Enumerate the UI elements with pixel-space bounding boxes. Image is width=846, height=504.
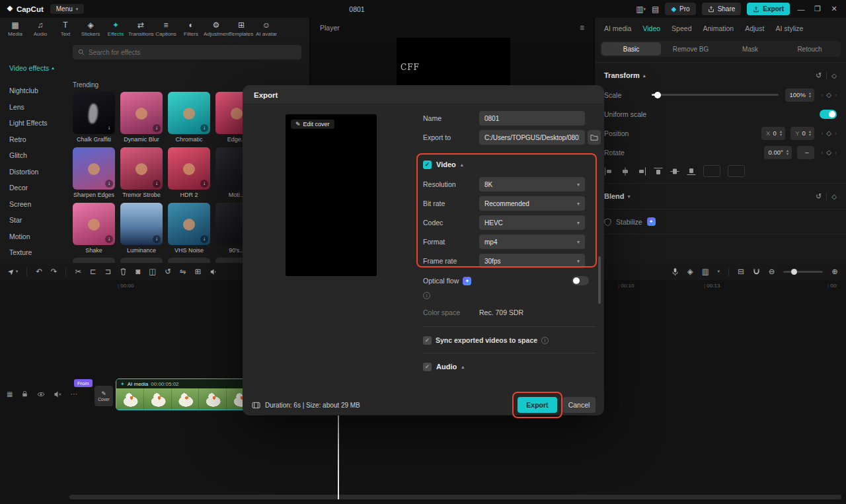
snap-magnet-button[interactable] <box>753 268 760 275</box>
tab-filters[interactable]: ◐Filters <box>178 20 204 38</box>
download-icon[interactable]: ↓ <box>105 124 113 132</box>
horizontal-scrollbar[interactable] <box>69 495 841 499</box>
sync-checkbox[interactable]: ✓ <box>423 336 432 345</box>
distribute-vertical-button[interactable] <box>728 165 745 177</box>
subtab-basic[interactable]: Basic <box>601 42 661 55</box>
video-checkbox[interactable]: ✓ <box>423 161 432 169</box>
zoom-out-button[interactable]: ⊖ <box>769 267 775 276</box>
sidebar-item-light-effects[interactable]: Light Effects <box>9 115 70 131</box>
timeline-zoom-slider[interactable] <box>783 271 823 273</box>
tab-transitions[interactable]: ⇄Transitions <box>128 20 153 38</box>
resolution-select[interactable]: 8K ▾ <box>479 177 585 192</box>
mask-button[interactable]: ◙ <box>135 268 140 275</box>
download-icon[interactable]: ↓ <box>200 180 208 188</box>
auto-cut-button[interactable]: ▥ <box>702 267 709 276</box>
track-options-button[interactable]: ▾ <box>718 269 720 274</box>
keyframe-icon[interactable]: ◇ <box>831 72 837 79</box>
name-input[interactable] <box>484 115 580 122</box>
sidebar-item-texture[interactable]: Texture <box>9 244 70 261</box>
sidebar-item-glitch[interactable]: Glitch <box>9 147 70 164</box>
share-button[interactable]: Share <box>702 3 742 15</box>
subtab-remove-bg[interactable]: Remove BG <box>661 42 720 55</box>
next-keyframe-icon[interactable]: › <box>835 92 837 98</box>
effect-card[interactable]: ↓Tremor Strobe <box>120 147 163 199</box>
tab-effects[interactable]: ✦Effects <box>103 20 128 38</box>
audio-section-header[interactable]: ✓ Audio ▴ <box>423 359 464 374</box>
uniform-scale-toggle[interactable] <box>820 110 837 119</box>
cancel-button[interactable]: Cancel <box>562 397 596 413</box>
edit-cover-button[interactable]: ✎ Edit cover <box>291 120 334 129</box>
effect-card[interactable]: ↓Luminance <box>120 203 163 254</box>
stepper-icons[interactable]: ▲▼ <box>808 92 812 98</box>
subtab-mask[interactable]: Mask <box>720 42 780 55</box>
stepper-icons[interactable]: ▲▼ <box>786 149 789 156</box>
menu-button[interactable]: Menu ▾ <box>50 4 85 14</box>
mute-icon[interactable] <box>54 390 61 398</box>
export-confirm-button[interactable]: Export <box>518 397 557 413</box>
rotate-reset-field[interactable]: – <box>797 146 814 159</box>
pro-button[interactable]: ◆ Pro <box>665 3 695 15</box>
keyframe-icon[interactable]: ◇ <box>826 91 831 98</box>
align-middle-icon[interactable] <box>670 167 679 176</box>
preview-axis-button[interactable]: ⊟ <box>738 267 744 276</box>
codec-select[interactable]: HEVC ▾ <box>479 215 585 230</box>
more-options-icon[interactable]: ⋯ <box>70 390 77 398</box>
sidebar-item-nightclub[interactable]: Nightclub <box>9 83 70 99</box>
next-keyframe-icon[interactable]: › <box>835 149 837 156</box>
download-icon[interactable]: ↓ <box>200 124 208 132</box>
download-icon[interactable]: ↓ <box>153 235 161 243</box>
effect-card-partial[interactable] <box>168 258 210 263</box>
window-restore-button[interactable]: ❐ <box>812 5 823 13</box>
split-button[interactable]: ✂ <box>75 267 81 276</box>
align-top-icon[interactable] <box>654 167 663 176</box>
tab-animation[interactable]: Animation <box>703 24 734 32</box>
name-field[interactable] <box>479 111 585 126</box>
next-keyframe-icon[interactable]: › <box>835 130 837 137</box>
download-icon[interactable]: ↓ <box>153 180 161 188</box>
transform-section-header[interactable]: Transform ▴ ↺ ◇ <box>595 65 846 85</box>
scale-slider[interactable] <box>652 94 779 96</box>
cover-button[interactable]: ✎ Cover <box>95 386 113 406</box>
info-icon[interactable]: i <box>541 337 549 344</box>
position-x-field[interactable]: X 0 ▲▼ <box>761 127 785 140</box>
freeze-frame-button[interactable]: ◫ <box>149 267 156 276</box>
record-voiceover-button[interactable] <box>672 268 679 276</box>
lock-icon[interactable] <box>21 390 28 398</box>
prev-keyframe-icon[interactable]: ‹ <box>821 130 823 137</box>
window-close-button[interactable]: ✕ <box>829 5 839 13</box>
effect-card[interactable]: ↓VHS Noise <box>168 203 210 254</box>
effect-card[interactable]: ↓Sharpen Edges <box>73 147 115 199</box>
info-icon[interactable]: i <box>423 292 430 299</box>
tab-media[interactable]: ▦Media <box>3 20 28 38</box>
tab-ai-media[interactable]: AI media <box>604 24 631 32</box>
position-y-field[interactable]: Y 0 ▲▼ <box>790 127 814 140</box>
tab-captions[interactable]: ≡Captions <box>153 20 178 38</box>
effect-card[interactable]: ↓Chromatic <box>168 92 210 143</box>
undo-button[interactable]: ↶ <box>36 267 42 276</box>
tab-stickers[interactable]: ◈Stickers <box>78 20 103 38</box>
effect-card[interactable]: ↓Shake <box>73 203 115 254</box>
sidebar-item-retro[interactable]: Retro <box>9 131 70 148</box>
export-to-field[interactable] <box>479 130 585 145</box>
sidebar-item-lens[interactable]: Lens <box>9 99 70 116</box>
align-left-icon[interactable] <box>604 167 613 176</box>
stabilize-row[interactable]: Stabilize ✦ <box>595 212 846 231</box>
stepper-icons[interactable]: ▲▼ <box>779 130 783 137</box>
effect-card-partial[interactable] <box>73 258 115 263</box>
zoom-in-button[interactable]: ⊕ <box>831 267 838 276</box>
window-minimize-button[interactable]: — <box>796 5 806 13</box>
eye-icon[interactable] <box>37 390 45 398</box>
stepper-icons[interactable]: ▲▼ <box>808 130 812 137</box>
tab-ai-avatar[interactable]: ☺AI avatar <box>254 20 279 38</box>
align-right-icon[interactable] <box>637 167 646 176</box>
prev-keyframe-icon[interactable]: ‹ <box>821 149 823 156</box>
effect-card[interactable]: ↓Chalk Graffiti <box>73 92 115 143</box>
add-keyframe-button[interactable]: ◈ <box>687 267 693 276</box>
extract-audio-button[interactable] <box>210 268 217 275</box>
topbar-export-button[interactable]: Export <box>747 3 790 15</box>
bitrate-select[interactable]: Recommended ▾ <box>479 196 585 211</box>
download-icon[interactable]: ↓ <box>200 235 208 243</box>
sidebar-item-screen[interactable]: Screen <box>9 196 70 213</box>
format-select[interactable]: mp4 ▾ <box>479 234 585 249</box>
export-to-input[interactable] <box>484 134 580 141</box>
